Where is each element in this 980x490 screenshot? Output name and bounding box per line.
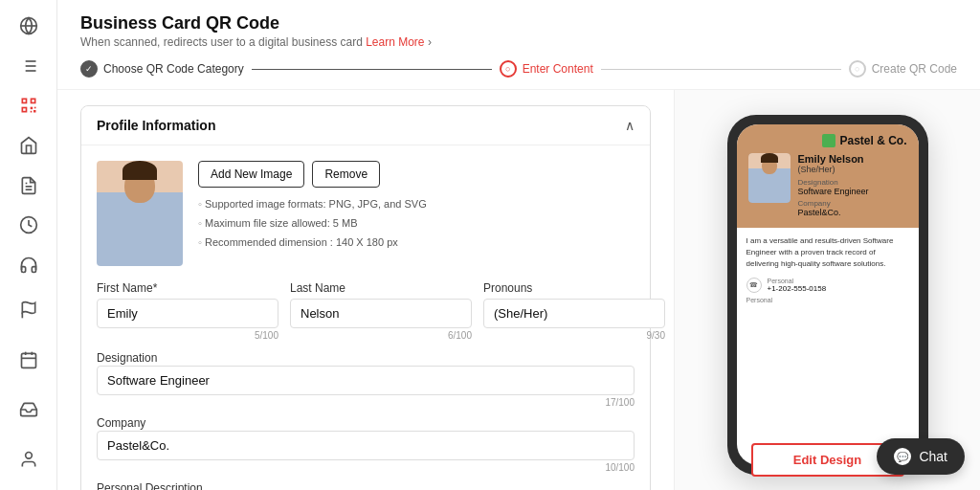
contact-type2: Personal (746, 297, 909, 303)
contact-type: Personal (768, 278, 827, 284)
step-1-circle: ✓ (80, 60, 98, 78)
step-3-label: Create QR Code (872, 62, 957, 76)
page-title: Business Card QR Code (80, 13, 957, 33)
remove-image-button[interactable]: Remove (312, 161, 380, 188)
sidebar (0, 0, 57, 490)
phone-contact-info: Personal +1-202-555-0158 (768, 278, 827, 293)
collapse-icon[interactable]: ∧ (625, 118, 635, 133)
pronouns-input[interactable] (483, 299, 665, 328)
form-panel: Profile Information ∧ Add New Image Remo… (57, 90, 674, 490)
phone-name: Emily Nelson (798, 153, 907, 165)
sidebar-icon-list[interactable] (13, 56, 44, 77)
add-image-button[interactable]: Add New Image (198, 161, 304, 188)
step-2: ○ Enter Content (500, 60, 593, 78)
description-block: Personal Description (97, 479, 635, 490)
image-hints: Supported image formats: PNG, JPG, and S… (198, 195, 427, 252)
last-name-label: Last Name (290, 281, 472, 295)
designation-label: Designation (97, 351, 157, 365)
step-line-2 (601, 69, 841, 70)
step-3: ○ Create QR Code (849, 60, 957, 78)
hint-dimension: Recommended dimension : 140 X 180 px (198, 234, 427, 253)
sidebar-icon-calendar[interactable] (13, 345, 44, 375)
pronouns-group: Pronouns 9/30 (483, 281, 665, 341)
phone-screen: Pastel & Co. Emily Nelson (She/Her) Desi… (737, 124, 919, 465)
designation-input[interactable] (97, 366, 635, 395)
section-title: Profile Information (97, 118, 215, 133)
sidebar-icon-globe[interactable] (13, 15, 44, 36)
svg-point-26 (25, 453, 32, 459)
learn-more-link[interactable]: Learn More (366, 35, 424, 49)
last-name-group: Last Name 6/100 (290, 281, 472, 341)
designation-count: 17/100 (97, 397, 635, 408)
chat-bubble-icon (894, 448, 911, 465)
phone-mockup: Pastel & Co. Emily Nelson (She/Her) Desi… (727, 115, 928, 475)
phone-company-value: Pastel&Co. (798, 208, 907, 217)
sidebar-icon-qr[interactable] (13, 95, 44, 116)
phone-contact-row: ☎ Personal +1-202-555-0158 (746, 278, 909, 293)
phone-description: I am a versatile and results-driven Soft… (746, 235, 909, 270)
chat-label: Chat (919, 449, 947, 464)
step-2-circle: ○ (500, 60, 517, 78)
image-buttons: Add New Image Remove (198, 161, 427, 188)
designation-block: Designation 17/100 (97, 348, 635, 408)
first-name-input[interactable] (97, 299, 278, 328)
phone-pronoun: (She/Her) (798, 165, 907, 174)
last-name-count: 6/100 (290, 330, 472, 341)
company-label: Company (97, 416, 145, 430)
phone-profile-row: Emily Nelson (She/Her) Designation Softw… (748, 153, 907, 220)
sidebar-icon-flag[interactable] (13, 295, 44, 325)
svg-rect-15 (23, 100, 26, 102)
main-content: Business Card QR Code When scanned, redi… (57, 0, 980, 490)
phone-info: Emily Nelson (She/Her) Designation Softw… (798, 153, 907, 220)
image-upload-row: Add New Image Remove Supported image for… (97, 161, 635, 266)
hint-size: Maximum file size allowed: 5 MB (198, 214, 427, 234)
contact-phone: +1-202-555-0158 (768, 284, 827, 293)
first-name-label: First Name* (97, 281, 278, 295)
profile-section: Profile Information ∧ Add New Image Remo… (80, 105, 651, 490)
svg-rect-13 (30, 111, 32, 113)
phone-body: I am a versatile and results-driven Soft… (737, 228, 919, 465)
pronouns-count: 9/30 (483, 330, 665, 341)
content-area: Profile Information ∧ Add New Image Remo… (57, 90, 980, 490)
section-body: Add New Image Remove Supported image for… (81, 145, 650, 490)
sidebar-icon-home[interactable] (13, 135, 44, 156)
preview-panel: Pastel & Co. Emily Nelson (She/Her) Desi… (674, 90, 980, 490)
steps-bar: ✓ Choose QR Code Category ○ Enter Conten… (57, 49, 980, 90)
phone-desig-label: Designation (798, 178, 907, 187)
pronouns-label: Pronouns (483, 281, 665, 295)
step-3-circle: ○ (849, 60, 866, 78)
hint-formats: Supported image formats: PNG, JPG, and S… (198, 195, 427, 214)
phone-desig-value: Software Engineer (798, 187, 907, 196)
company-input[interactable] (97, 431, 635, 460)
sidebar-icon-headset[interactable] (13, 255, 44, 276)
svg-rect-12 (33, 107, 35, 109)
sidebar-icon-inbox[interactable] (13, 394, 44, 425)
svg-rect-11 (30, 107, 33, 110)
step-line-1 (252, 69, 492, 70)
phone-company-label: Company (798, 199, 907, 208)
last-name-input[interactable] (290, 299, 472, 328)
step-1: ✓ Choose QR Code Category (80, 60, 244, 78)
first-name-count: 5/100 (97, 330, 278, 341)
sidebar-icon-stats[interactable] (13, 215, 44, 236)
svg-rect-16 (32, 100, 34, 102)
first-name-group: First Name* 5/100 (97, 281, 278, 341)
company-block: Company 10/100 (97, 413, 635, 473)
sidebar-icon-user[interactable] (13, 444, 44, 475)
sidebar-icon-doc[interactable] (13, 175, 44, 196)
phone-company-row: Pastel & Co. (748, 134, 907, 147)
section-header[interactable]: Profile Information ∧ (81, 106, 650, 145)
svg-rect-17 (23, 109, 26, 112)
step-1-label: Choose QR Code Category (103, 62, 244, 76)
phone-icon: ☎ (746, 278, 762, 293)
page-header: Business Card QR Code When scanned, redi… (57, 0, 980, 49)
phone-header: Pastel & Co. Emily Nelson (She/Her) Desi… (737, 124, 919, 228)
phone-avatar (748, 153, 791, 203)
name-row: First Name* 5/100 Last Name 6/100 Pronou… (97, 281, 635, 341)
avatar-preview (97, 161, 183, 266)
svg-rect-14 (33, 110, 36, 113)
page-subtitle: When scanned, redirects user to a digita… (80, 35, 957, 49)
company-logo (822, 134, 835, 147)
chat-button[interactable]: Chat (877, 438, 965, 475)
company-count: 10/100 (97, 462, 635, 473)
